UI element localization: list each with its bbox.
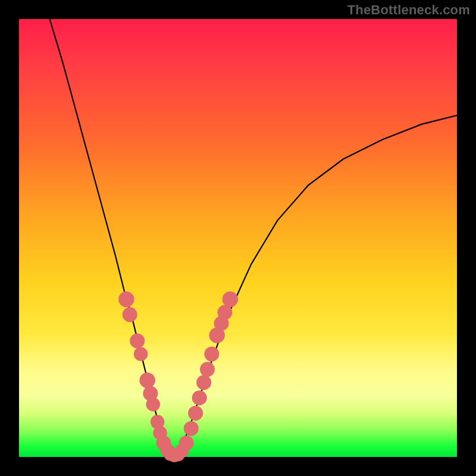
bead-19 bbox=[196, 375, 211, 390]
bead-18 bbox=[192, 390, 207, 405]
bead-6 bbox=[146, 397, 160, 412]
bead-3 bbox=[134, 347, 148, 361]
bead-16 bbox=[184, 421, 199, 436]
bead-17 bbox=[188, 406, 203, 421]
chart-svg bbox=[19, 19, 457, 457]
bead-1 bbox=[123, 307, 137, 322]
bead-4 bbox=[139, 372, 155, 389]
watermark-text: TheBottleneck.com bbox=[347, 2, 470, 18]
curve-group bbox=[50, 19, 457, 457]
bead-15 bbox=[179, 436, 194, 450]
bead-25 bbox=[223, 292, 239, 308]
bead-21 bbox=[204, 347, 219, 362]
curve-right-branch bbox=[174, 115, 457, 457]
bead-24 bbox=[217, 305, 232, 320]
beads-group bbox=[118, 292, 238, 462]
bead-2 bbox=[130, 333, 145, 348]
plot-area bbox=[19, 19, 457, 457]
bead-20 bbox=[200, 362, 215, 377]
bead-0 bbox=[118, 292, 134, 308]
chart-frame: TheBottleneck.com bbox=[0, 0, 476, 476]
